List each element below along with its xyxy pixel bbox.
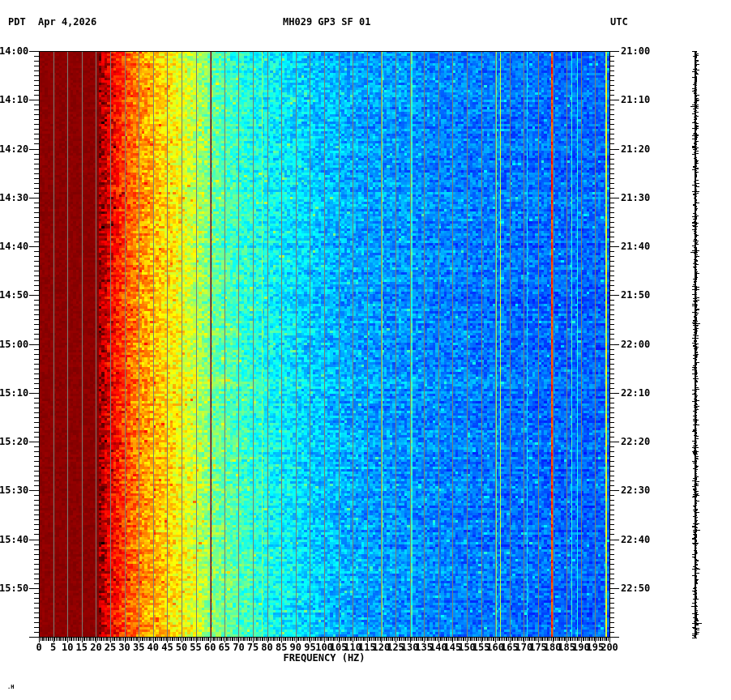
right-time-label: 21:40 <box>621 241 650 251</box>
right-time-label: 22:00 <box>621 339 650 349</box>
right-time-label: 22:50 <box>621 583 650 593</box>
timezone-right-label: UTC <box>610 17 628 27</box>
left-time-label: 14:40 <box>0 241 28 251</box>
left-time-label: 15:50 <box>0 583 28 593</box>
footer-mark: .H <box>7 685 14 690</box>
left-time-label: 14:10 <box>0 95 28 105</box>
frequency-axis-title: FREQUENCY (HZ) <box>243 653 405 663</box>
date-label: Apr 4,2026 <box>38 17 96 27</box>
left-time-label: 15:00 <box>0 339 28 349</box>
timezone-left-label: PDT <box>8 17 26 27</box>
left-time-label: 14:50 <box>0 290 28 300</box>
left-time-label: 14:30 <box>0 193 28 203</box>
right-time-label: 22:30 <box>621 485 650 495</box>
left-time-label: 14:00 <box>0 46 28 56</box>
station-title: MH029 GP3 SF 01 <box>283 17 370 27</box>
right-time-label: 21:50 <box>621 290 650 300</box>
right-time-label: 21:30 <box>621 193 650 203</box>
right-time-label: 22:40 <box>621 535 650 544</box>
left-time-label: 14:20 <box>0 144 28 154</box>
left-time-label: 15:40 <box>0 535 28 544</box>
right-time-label: 21:00 <box>621 46 650 56</box>
left-time-label: 15:10 <box>0 388 28 398</box>
right-time-label: 22:20 <box>621 437 650 446</box>
spectrogram-page: PDT Apr 4,2026 MH029 GP3 SF 01 UTC 14:00… <box>0 0 731 700</box>
left-time-label: 15:20 <box>0 437 28 446</box>
right-time-label: 22:10 <box>621 388 650 398</box>
right-time-label: 21:10 <box>621 95 650 105</box>
right-time-label: 21:20 <box>621 144 650 154</box>
freq-tick-label: 200 <box>597 642 622 652</box>
left-time-label: 15:30 <box>0 485 28 495</box>
